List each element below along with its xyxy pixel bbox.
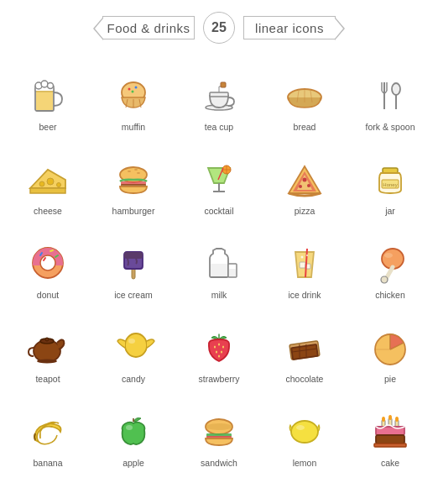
svg-point-82	[128, 339, 135, 344]
icon-cell-pie: pie	[347, 304, 433, 388]
banner-number: 25	[203, 12, 235, 44]
icon-cell-ice-drink: ice drink	[262, 220, 347, 304]
cake-label: cake	[381, 458, 399, 469]
svg-point-104	[291, 421, 318, 443]
strawberry-label: strawberry	[198, 374, 239, 385]
jar-icon: Honey	[368, 156, 413, 202]
donut-label: donut	[37, 290, 59, 301]
svg-point-99	[126, 425, 133, 430]
svg-point-72	[301, 256, 304, 259]
sandwich-icon	[196, 408, 242, 454]
pie-icon	[368, 324, 413, 370]
icon-grid: beer muffin	[5, 52, 433, 472]
svg-point-105	[296, 425, 305, 430]
icon-cell-cake: cake	[347, 388, 433, 472]
svg-rect-17	[221, 82, 226, 87]
chocolate-icon	[282, 324, 327, 370]
bread-icon	[282, 72, 327, 118]
icon-cell-tea-cup: tea cup	[176, 52, 262, 136]
pie-label: pie	[384, 374, 396, 385]
icon-cell-chicken: chicken	[347, 220, 433, 304]
cheese-icon	[25, 156, 70, 202]
banner-ribbon-right: linear icons	[243, 16, 336, 39]
svg-point-86	[216, 351, 217, 354]
svg-point-109	[382, 417, 385, 422]
ice-cream-label: ice cream	[114, 290, 153, 301]
svg-point-11	[135, 87, 138, 89]
banner-ribbon-left: Food & drinks	[102, 16, 195, 39]
apple-icon	[111, 408, 156, 454]
tea-cup-icon	[196, 72, 242, 118]
svg-point-57	[40, 255, 55, 270]
sandwich-label: sandwich	[201, 458, 237, 469]
icon-cell-jar: Honey jar	[347, 136, 433, 220]
svg-point-76	[384, 253, 393, 258]
ice-drink-icon	[282, 240, 327, 286]
banana-label: banana	[33, 458, 62, 469]
banner-left-text: Food & drinks	[107, 21, 190, 35]
icon-cell-muffin: muffin	[91, 52, 176, 136]
svg-rect-64	[124, 252, 143, 259]
svg-point-3	[41, 81, 48, 87]
icon-cell-teapot: teapot	[5, 304, 91, 388]
tea-cup-label: tea cup	[205, 122, 233, 133]
svg-point-79	[45, 338, 49, 341]
svg-point-103	[206, 423, 232, 430]
chocolate-label: chocolate	[286, 374, 324, 385]
svg-line-59	[50, 250, 53, 251]
cocktail-label: cocktail	[204, 206, 233, 217]
icon-cell-cheese: cheese	[5, 136, 91, 220]
icon-cell-sandwich: sandwich	[176, 388, 262, 472]
pizza-icon	[282, 156, 327, 202]
hamburger-label: hamburger	[112, 206, 155, 217]
muffin-label: muffin	[122, 122, 145, 133]
icon-cell-candy: candy	[91, 304, 176, 388]
svg-point-110	[388, 415, 392, 420]
pizza-label: pizza	[295, 206, 315, 217]
ice-drink-label: ice drink	[288, 290, 321, 301]
cake-icon	[368, 408, 413, 454]
svg-point-73	[306, 255, 308, 256]
svg-point-12	[132, 91, 134, 93]
cheese-label: cheese	[34, 206, 62, 217]
banner: Food & drinks 25 linear icons	[102, 12, 336, 44]
donut-icon	[25, 240, 70, 286]
bread-label: bread	[294, 122, 316, 133]
svg-point-50	[307, 184, 310, 187]
strawberry-icon	[196, 324, 242, 370]
svg-point-111	[395, 417, 399, 422]
icon-cell-milk: milk	[176, 220, 262, 304]
svg-text:Honey: Honey	[383, 182, 397, 187]
milk-icon	[196, 240, 242, 286]
svg-point-48	[303, 178, 307, 182]
svg-rect-14	[210, 92, 228, 97]
svg-point-31	[57, 183, 61, 187]
icon-cell-strawberry: strawberry	[176, 304, 262, 388]
svg-point-35	[137, 172, 140, 174]
lemon-icon	[282, 408, 327, 454]
candy-icon	[111, 324, 156, 370]
icon-cell-fork-spoon: fork & spoon	[347, 52, 433, 136]
svg-point-10	[128, 88, 131, 91]
teapot-icon	[25, 324, 70, 370]
icon-cell-ice-cream: ice cream	[91, 220, 176, 304]
svg-point-30	[39, 181, 44, 186]
svg-point-88	[218, 355, 220, 358]
ice-cream-icon	[111, 240, 156, 286]
apple-label: apple	[123, 458, 144, 469]
svg-point-87	[221, 351, 222, 354]
svg-point-85	[222, 346, 224, 349]
svg-rect-114	[374, 444, 406, 447]
icon-cell-beer: beer	[5, 52, 91, 136]
icon-cell-apple: apple	[91, 388, 176, 472]
beer-label: beer	[39, 122, 56, 133]
svg-point-83	[214, 346, 216, 349]
muffin-icon	[111, 72, 156, 118]
beer-icon	[25, 72, 70, 118]
icon-cell-hamburger: hamburger	[91, 136, 176, 220]
icon-cell-donut: donut	[5, 220, 91, 304]
svg-point-49	[299, 185, 302, 188]
svg-rect-65	[211, 264, 227, 276]
cocktail-icon	[196, 156, 242, 202]
svg-point-29	[47, 178, 54, 185]
